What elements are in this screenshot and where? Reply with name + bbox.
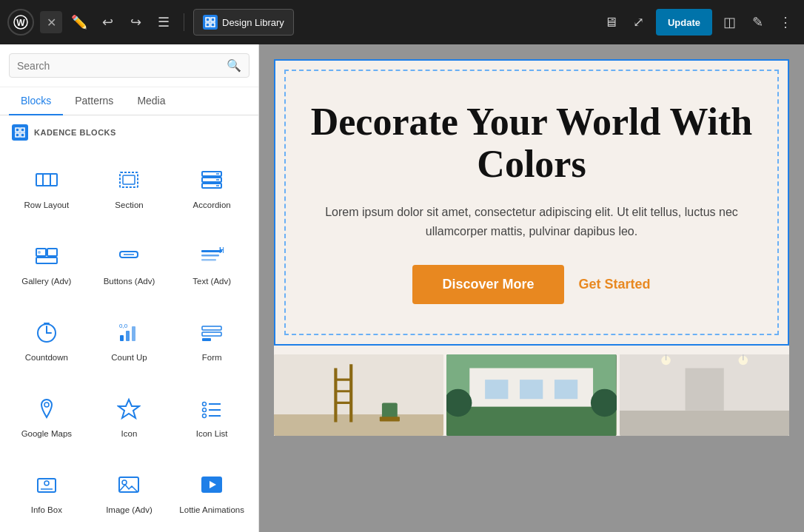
block-item-lottie[interactable]: Lottie Animations — [171, 454, 252, 529]
svg-rect-36 — [126, 331, 130, 341]
topbar-right-controls: 🖥 ⤢ Update ◫ ✎ ⋮ — [600, 9, 797, 36]
info-box-icon — [33, 471, 61, 499]
section-label: Section — [115, 200, 143, 211]
svg-rect-22 — [47, 249, 57, 256]
tab-patterns[interactable]: Patterns — [63, 87, 125, 115]
topbar: W ✕ ✏️ ↩ ↪ ☰ Design Library 🖥 ⤢ — [0, 0, 804, 44]
kadence-blocks-icon — [203, 15, 218, 30]
countdown-label: Countdown — [25, 352, 68, 363]
row-layout-icon — [33, 166, 61, 194]
sidebar-toggle-button[interactable]: ◫ — [718, 11, 740, 33]
count-up-icon: 0,0 — [115, 318, 143, 346]
svg-point-42 — [44, 403, 49, 407]
more-icon: ⋮ — [779, 14, 792, 30]
block-item-gallery-adv[interactable]: Gallery (Adv) — [6, 226, 87, 300]
svg-rect-70 — [555, 380, 577, 399]
tab-blocks[interactable]: Blocks — [9, 87, 63, 115]
hero-outer-block[interactable]: Decorate Your World With Colors Lorem ip… — [274, 59, 789, 346]
block-item-icon[interactable]: Icon — [89, 378, 170, 453]
svg-point-24 — [38, 251, 41, 254]
lottie-label: Lottie Animations — [179, 505, 244, 516]
search-container: 🔍 — [0, 44, 258, 87]
svg-rect-39 — [202, 326, 221, 330]
main-area: 🔍 Blocks Patterns Media KADENCE BLOCKS — [0, 44, 804, 532]
update-button[interactable]: Update — [656, 9, 712, 36]
block-item-section[interactable]: Section — [89, 149, 170, 224]
block-item-image-adv[interactable]: Image (Adv) — [89, 454, 170, 529]
gallery-adv-label: Gallery (Adv) — [21, 276, 71, 287]
block-item-info-box[interactable]: Info Box — [6, 454, 87, 529]
countdown-icon — [33, 318, 61, 346]
sidebar: 🔍 Blocks Patterns Media KADENCE BLOCKS — [0, 44, 259, 532]
design-library-button[interactable]: Design Library — [193, 9, 294, 36]
canvas-page: Decorate Your World With Colors Lorem ip… — [274, 59, 789, 436]
discover-more-button[interactable]: Discover More — [412, 265, 563, 304]
block-item-row-layout[interactable]: Row Layout — [6, 149, 87, 224]
get-started-button[interactable]: Get Started — [579, 277, 651, 292]
brush-icon-btn[interactable]: ✏️ — [68, 11, 90, 33]
kadence-logo — [12, 124, 28, 141]
gallery-image-1 — [274, 354, 443, 436]
form-label: Form — [202, 352, 222, 363]
svg-text:H: H — [219, 246, 224, 255]
svg-rect-6 — [16, 128, 19, 132]
image-adv-label: Image (Adv) — [106, 505, 153, 516]
block-item-count-up[interactable]: 0,0 Count Up — [89, 302, 170, 377]
accordion-label: Accordion — [193, 200, 231, 211]
section-label: KADENCE BLOCKS — [34, 128, 116, 137]
svg-rect-58 — [274, 414, 443, 436]
google-maps-label: Google Maps — [21, 428, 72, 440]
list-view-button[interactable]: ☰ — [153, 11, 175, 33]
svg-point-54 — [122, 480, 127, 485]
svg-point-51 — [44, 481, 49, 485]
close-button[interactable]: ✕ — [40, 11, 62, 33]
more-options-button[interactable]: ⋮ — [774, 11, 797, 33]
block-item-google-maps[interactable]: Google Maps — [6, 378, 87, 453]
block-item-accordion[interactable]: Accordion — [171, 149, 252, 224]
blocks-grid: Row Layout Section — [0, 147, 258, 532]
hero-title: Decorate Your World With Colors — [308, 101, 755, 185]
hero-inner-block[interactable]: Decorate Your World With Colors Lorem ip… — [284, 70, 779, 335]
svg-rect-28 — [201, 255, 219, 257]
gallery-row — [274, 346, 789, 436]
form-icon — [198, 318, 226, 346]
block-item-form[interactable]: Form — [171, 302, 252, 377]
svg-point-44 — [203, 403, 207, 406]
svg-point-48 — [203, 414, 207, 418]
search-inner: 🔍 — [9, 53, 249, 78]
svg-rect-8 — [16, 133, 19, 137]
block-editor-button[interactable]: ✎ — [746, 11, 768, 33]
canvas-area: Decorate Your World With Colors Lorem ip… — [259, 44, 804, 532]
svg-rect-3 — [211, 18, 215, 21]
redo-button[interactable]: ↪ — [124, 11, 147, 33]
block-item-countdown[interactable]: Countdown — [6, 302, 87, 377]
editor-icon: ✎ — [752, 14, 763, 30]
tab-media[interactable]: Media — [125, 87, 177, 115]
svg-text:0,0: 0,0 — [119, 323, 128, 329]
svg-rect-65 — [380, 417, 400, 421]
search-input[interactable] — [17, 60, 227, 72]
svg-rect-4 — [206, 23, 210, 27]
search-button[interactable]: 🔍 — [227, 58, 241, 73]
desktop-view-button[interactable]: 🖥 — [600, 11, 622, 33]
svg-rect-23 — [36, 257, 57, 263]
preview-button[interactable]: ⤢ — [628, 11, 650, 33]
undo-button[interactable]: ↩ — [96, 11, 118, 33]
kadence-blocks-section: KADENCE BLOCKS — [0, 115, 258, 147]
svg-rect-75 — [620, 410, 789, 435]
svg-rect-21 — [36, 249, 46, 256]
svg-rect-35 — [120, 335, 124, 341]
wp-logo[interactable]: W — [7, 9, 34, 36]
topbar-divider — [184, 13, 184, 31]
svg-rect-10 — [36, 174, 57, 186]
gallery-adv-icon — [33, 242, 61, 270]
search-icon: 🔍 — [227, 58, 241, 73]
block-item-icon-list[interactable]: Icon List — [171, 378, 252, 453]
block-item-buttons-adv[interactable]: Buttons (Adv) — [89, 226, 170, 300]
svg-marker-43 — [118, 400, 139, 418]
svg-rect-14 — [123, 175, 135, 184]
block-item-text-adv[interactable]: H Text (Adv) — [171, 226, 252, 300]
design-library-label: Design Library — [222, 17, 284, 28]
icon-list-label: Icon List — [196, 428, 228, 440]
svg-rect-40 — [202, 332, 221, 336]
